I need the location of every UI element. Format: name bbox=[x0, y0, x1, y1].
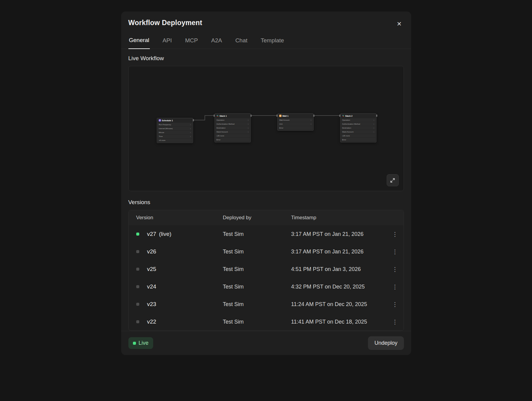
workflow-node-schedule-1[interactable]: Schedule 1 Run Frequency Interval (Minut… bbox=[157, 118, 193, 143]
node-field: Authentication Method bbox=[215, 122, 250, 126]
workflow-node-slack-1[interactable]: Slack 1 Operation Authentication Method … bbox=[214, 113, 251, 142]
versions-heading: Versions bbox=[128, 199, 404, 206]
live-dot-icon bbox=[133, 342, 136, 345]
node-field-error: Error bbox=[215, 138, 250, 142]
node-field: Unit bbox=[278, 122, 313, 126]
node-header: Wait 1 bbox=[278, 114, 313, 118]
node-field: Time bbox=[158, 135, 192, 138]
node-field: Run Frequency bbox=[158, 123, 192, 126]
kebab-icon: ⋮ bbox=[392, 249, 398, 255]
node-header: Schedule 1 bbox=[157, 118, 193, 122]
node-field-error: Error bbox=[278, 126, 313, 130]
deployed-by: Test Sim bbox=[223, 301, 291, 308]
modal-content: Live Workflow Schedule 1 Run F bbox=[121, 55, 411, 331]
row-menu-button[interactable]: ⋮ bbox=[389, 263, 401, 275]
kebab-icon: ⋮ bbox=[392, 231, 398, 237]
node-title: Schedule 1 bbox=[162, 119, 173, 122]
output-handle[interactable] bbox=[313, 115, 314, 117]
version-row: v23 Test Sim 11:24 AM PST on Dec 20, 202… bbox=[129, 295, 404, 313]
live-workflow-heading: Live Workflow bbox=[128, 55, 404, 62]
workflow-node-slack-2[interactable]: Slack 2 Operation Authentication Method … bbox=[340, 113, 376, 142]
node-field: Wait Amount bbox=[278, 118, 313, 122]
deployed-by: Test Sim bbox=[223, 249, 291, 255]
workflow-deployment-modal: Workflow Deployment ✕ General API MCP A2… bbox=[121, 11, 411, 355]
version-row: v25 Test Sim 4:51 PM PST on Jan 3, 2026 … bbox=[129, 260, 404, 278]
page-title: Workflow Deployment bbox=[128, 19, 202, 27]
input-handle[interactable] bbox=[339, 115, 340, 117]
status-dot bbox=[136, 320, 139, 323]
tab-general[interactable]: General bbox=[128, 33, 150, 49]
workflow-canvas[interactable]: Schedule 1 Run Frequency Interval (Minut… bbox=[128, 66, 404, 191]
undeploy-button[interactable]: Undeploy bbox=[368, 336, 404, 350]
row-menu-button[interactable]: ⋮ bbox=[389, 228, 401, 240]
versions-table: Version Deployed by Timestamp v27(live) … bbox=[128, 210, 404, 331]
column-header-timestamp: Timestamp bbox=[291, 215, 389, 221]
node-field: Authentication Method bbox=[341, 122, 376, 126]
node-title: Slack 2 bbox=[345, 115, 353, 117]
row-menu-button[interactable]: ⋮ bbox=[389, 281, 401, 293]
timestamp: 4:51 PM PST on Jan 3, 2026 bbox=[291, 266, 389, 272]
input-handle[interactable] bbox=[276, 115, 278, 117]
node-field-more: +26 more bbox=[215, 134, 250, 138]
expand-canvas-button[interactable] bbox=[387, 174, 399, 186]
kebab-icon: ⋮ bbox=[392, 301, 398, 308]
version-label: v23 bbox=[147, 301, 223, 308]
node-field: Operation bbox=[341, 118, 376, 122]
close-icon: ✕ bbox=[397, 21, 402, 27]
node-field-error: Error bbox=[341, 138, 376, 142]
kebab-icon: ⋮ bbox=[392, 319, 398, 325]
node-header: Slack 2 bbox=[340, 114, 376, 118]
row-menu-button[interactable]: ⋮ bbox=[389, 316, 401, 328]
input-handle[interactable] bbox=[214, 115, 215, 117]
column-header-deployed: Deployed by bbox=[223, 215, 291, 221]
deployed-by: Test Sim bbox=[223, 284, 291, 290]
version-row: v26 Test Sim 3:17 AM PST on Jan 21, 2026… bbox=[129, 243, 404, 260]
node-title: Wait 1 bbox=[282, 115, 289, 117]
slack-icon bbox=[342, 115, 344, 117]
close-button[interactable]: ✕ bbox=[394, 19, 405, 29]
tab-template[interactable]: Template bbox=[260, 33, 285, 49]
tab-bar: General API MCP A2A Chat Template bbox=[121, 33, 411, 49]
node-field: Slack Account bbox=[215, 130, 250, 134]
timestamp: 11:24 AM PST on Dec 20, 2025 bbox=[291, 301, 389, 308]
version-row: v22 Test Sim 11:41 AM PST on Dec 18, 202… bbox=[129, 313, 404, 331]
version-label: v24 bbox=[147, 283, 223, 290]
node-field-more: +26 more bbox=[341, 134, 376, 138]
row-menu-button[interactable]: ⋮ bbox=[389, 246, 401, 258]
column-header-version: Version bbox=[136, 215, 223, 221]
tab-chat[interactable]: Chat bbox=[235, 33, 248, 49]
deployed-by: Test Sim bbox=[223, 266, 291, 272]
versions-table-header: Version Deployed by Timestamp bbox=[129, 210, 404, 225]
node-field: Destination bbox=[215, 126, 250, 130]
row-menu-button[interactable]: ⋮ bbox=[389, 298, 401, 310]
node-field: Interval (Minutes) bbox=[158, 127, 192, 130]
kebab-icon: ⋮ bbox=[392, 266, 398, 272]
schedule-clock-icon bbox=[159, 119, 161, 122]
version-label: v25 bbox=[147, 266, 223, 272]
expand-icon bbox=[390, 178, 395, 183]
output-handle[interactable] bbox=[193, 119, 194, 121]
timestamp: 3:17 AM PST on Jan 21, 2026 bbox=[291, 231, 389, 237]
output-handle[interactable] bbox=[250, 115, 252, 117]
tab-mcp[interactable]: MCP bbox=[185, 33, 198, 49]
status-dot bbox=[136, 285, 139, 288]
status-dot bbox=[136, 250, 139, 253]
kebab-icon: ⋮ bbox=[392, 284, 398, 290]
tab-a2a[interactable]: A2A bbox=[211, 33, 223, 49]
version-row: v24 Test Sim 4:32 PM PST on Dec 20, 2025… bbox=[129, 278, 404, 295]
modal-footer: Live Undeploy bbox=[121, 331, 411, 355]
timestamp: 3:17 AM PST on Jan 21, 2026 bbox=[291, 249, 389, 255]
modal-header: Workflow Deployment ✕ bbox=[121, 11, 411, 29]
slack-icon bbox=[216, 115, 219, 117]
timestamp: 4:32 PM PST on Dec 20, 2025 bbox=[291, 284, 389, 290]
workflow-node-wait-1[interactable]: Wait 1 Wait Amount Unit Error bbox=[277, 113, 314, 131]
output-handle[interactable] bbox=[376, 115, 377, 117]
node-field: Minute bbox=[158, 131, 192, 134]
version-label: v27(live) bbox=[147, 231, 223, 237]
deployed-by: Test Sim bbox=[223, 231, 291, 237]
node-title: Slack 1 bbox=[220, 115, 227, 117]
status-dot bbox=[136, 268, 139, 271]
tab-api[interactable]: API bbox=[162, 33, 172, 49]
live-status-badge: Live bbox=[128, 337, 153, 349]
node-field: Slack Account bbox=[341, 130, 376, 134]
